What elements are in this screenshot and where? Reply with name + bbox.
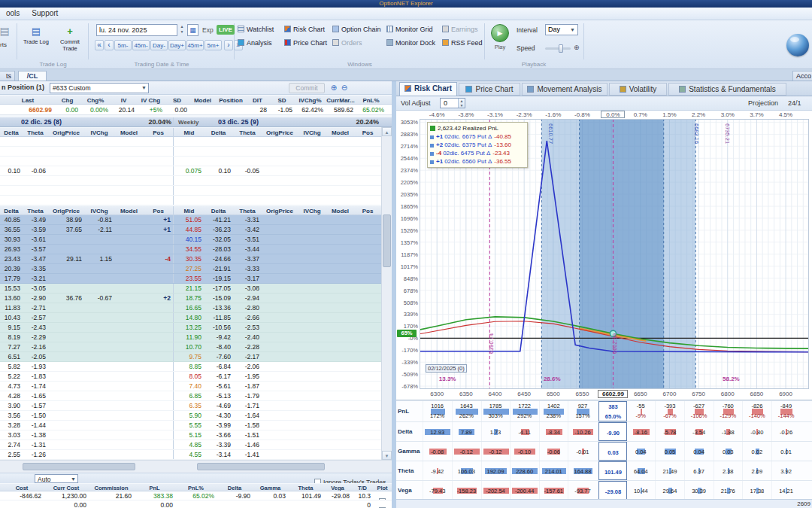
- menu-item-support[interactable]: Support: [26, 8, 64, 20]
- commit-button[interactable]: Commit: [289, 83, 325, 93]
- step-button-45m[interactable]: 45m+: [186, 40, 204, 50]
- scrollbar-thumb[interactable]: [383, 214, 391, 267]
- option-row[interactable]: 0.10-0.060.0750.10-0.05: [0, 166, 381, 176]
- trading-date-input[interactable]: lu. 24 nov. 2025: [96, 24, 177, 36]
- option-row[interactable]: [0, 176, 381, 186]
- toolbar-button-trade-log[interactable]: ▤Trade Log: [20, 23, 53, 56]
- step-button-day[interactable]: Day+: [168, 40, 186, 50]
- option-row[interactable]: [0, 147, 381, 157]
- step-button-day[interactable]: Day-: [150, 40, 168, 50]
- ignore-trades-checkbox[interactable]: Ignore Today's Trades: [314, 474, 386, 483]
- option-row[interactable]: 30.93-3.6140.15-32.05-3.51: [0, 235, 381, 245]
- date-spin-down-icon[interactable]: ▼: [178, 30, 186, 33]
- spinner-arrows-icon[interactable]: ▲▼: [458, 99, 465, 108]
- interval-select[interactable]: Day▼: [545, 24, 578, 35]
- footer-toolbar: Auto▼Ignore Today's Trades: [0, 473, 392, 483]
- greeks-percent: -144%: [772, 412, 800, 419]
- window-button-earnings[interactable]: Earnings: [442, 23, 483, 35]
- zoom-in-icon[interactable]: ⊕: [329, 84, 338, 92]
- tab-volatility[interactable]: Volatility: [609, 83, 667, 96]
- option-row[interactable]: 26.93-3.5734.55-28.03-3.44: [0, 245, 381, 254]
- plot-checkbox[interactable]: ✓: [373, 492, 392, 500]
- greeks-value: 17.38: [743, 488, 771, 494]
- option-row[interactable]: 5.82-1.938.85-6.84-2.06: [0, 362, 381, 372]
- option-row[interactable]: 2.74-1.314.85-3.39-1.46: [0, 440, 381, 450]
- option-row[interactable]: [0, 196, 381, 205]
- vol-adjust-input[interactable]: 0▲▼: [440, 98, 465, 108]
- step-button-5m[interactable]: 5m+: [205, 40, 222, 50]
- tab-movement-analysis[interactable]: Movement Analysis: [522, 83, 607, 96]
- window-button-option-chain[interactable]: Option Chain: [332, 23, 385, 35]
- tab-symbol[interactable]: /CL: [18, 71, 47, 81]
- option-row[interactable]: 6.51-2.059.75-7.60-2.17: [0, 352, 381, 362]
- option-row[interactable]: [0, 186, 381, 196]
- tab-statistics-fundamentals[interactable]: Statistics & Fundamentals: [668, 83, 786, 96]
- y-axis-tick: 1357%: [396, 239, 418, 246]
- grid-cell: -2.11: [84, 225, 114, 234]
- option-row[interactable]: 7.27-2.1610.70-8.40-2.28: [0, 342, 381, 352]
- window-button-watchlist[interactable]: Watchlist: [238, 23, 283, 35]
- scroll-down-icon[interactable]: ▼: [382, 451, 392, 460]
- option-row[interactable]: 3.03-1.385.15-3.66-1.51: [0, 430, 381, 440]
- option-row[interactable]: 36.55-3.5937.65-2.11+144.85-36.23-3.42: [0, 225, 381, 235]
- window-button-monitor-dock[interactable]: Monitor Dock: [386, 37, 441, 49]
- positions-scrollbar[interactable]: ▲▼: [381, 127, 392, 460]
- option-row[interactable]: 5.22-1.838.05-6.17-1.95: [0, 372, 381, 382]
- tab-risk-chart[interactable]: Risk Chart: [399, 82, 457, 96]
- nav-back-icon[interactable]: «: [95, 40, 104, 50]
- option-row[interactable]: 4.73-1.747.40-5.61-1.87: [0, 382, 381, 391]
- option-row[interactable]: 4.28-1.656.85-5.13-1.79: [0, 391, 381, 401]
- step-button-45m[interactable]: 45m-: [132, 40, 150, 50]
- summary-value: -29.08: [323, 491, 352, 500]
- option-row[interactable]: 9.15-2.4313.25-10.56-2.53: [0, 323, 381, 333]
- grid-cell: -3.14: [204, 450, 233, 459]
- option-row[interactable]: 13.60-2.9036.76-0.67+218.75-15.09-2.94: [0, 294, 381, 303]
- option-row[interactable]: 15.53-3.0521.15-17.05-3.08: [0, 284, 381, 294]
- menu-item-ools[interactable]: ools: [0, 8, 26, 20]
- risk-chart-plot[interactable]: 2,623.42 Realized PnL+102dic. 6675 Put Δ…: [420, 119, 809, 389]
- window-button-rss-feed[interactable]: RSS Feed: [442, 37, 483, 49]
- strategy-combobox[interactable]: #633 Custom▼: [50, 83, 149, 93]
- option-row[interactable]: 23.43-3.4729.111.15-430.35-24.66-3.37: [0, 254, 381, 264]
- window-button-price-chart[interactable]: Price Chart: [284, 37, 331, 49]
- option-row[interactable]: 17.79-3.2123.55-19.15-3.17: [0, 274, 381, 284]
- window-button-orders[interactable]: Orders: [332, 37, 385, 49]
- nav-forward-icon[interactable]: ›: [224, 40, 233, 50]
- hscroll-thumb-right[interactable]: [197, 463, 325, 470]
- title-bar[interactable]: OptionNET Explorer: [0, 0, 812, 8]
- greeks-cell: 1016172%: [423, 401, 451, 421]
- option-row[interactable]: 10.43-2.5714.80-11.85-2.66: [0, 313, 381, 323]
- toolbar-button-commit-trade[interactable]: +Commit Trade: [53, 23, 86, 56]
- zoom-out-icon[interactable]: ⊖: [340, 84, 349, 92]
- option-row[interactable]: 11.83-2.7116.65-13.36-2.80: [0, 303, 381, 313]
- option-row[interactable]: 3.28-1.445.55-3.99-1.58: [0, 421, 381, 430]
- option-row[interactable]: [0, 157, 381, 166]
- step-button-5m[interactable]: 5m-: [114, 40, 132, 50]
- greeks-value: -4.11: [511, 429, 538, 436]
- plot-checkbox[interactable]: ✓: [373, 501, 392, 508]
- auto-mode-combobox[interactable]: Auto▼: [35, 474, 78, 483]
- window-button-monitor-grid[interactable]: Monitor Grid: [386, 23, 441, 35]
- reports-button-label[interactable]: rts: [0, 41, 7, 48]
- speed-slider-thumb[interactable]: [559, 44, 563, 53]
- calendar-icon[interactable]: ▦: [187, 24, 198, 36]
- scroll-up-icon[interactable]: ▲: [382, 127, 392, 136]
- play-button[interactable]: ▶: [491, 24, 509, 42]
- hscroll-thumb-left[interactable]: [23, 463, 135, 470]
- option-row[interactable]: 3.56-1.505.90-4.30-1.64: [0, 411, 381, 421]
- window-button-analysis[interactable]: Analysis: [238, 37, 283, 49]
- date-spin-up-icon[interactable]: ▲: [178, 25, 186, 28]
- option-row[interactable]: 8.19-2.2911.90-9.42-2.40: [0, 333, 381, 342]
- nav-back-icon[interactable]: ‹: [105, 40, 114, 50]
- speed-slider[interactable]: [545, 47, 571, 50]
- tab-account[interactable]: Acco: [792, 71, 812, 81]
- option-row[interactable]: 20.39-3.3527.25-21.91-3.33: [0, 264, 381, 274]
- window-button-risk-chart[interactable]: Risk Chart: [284, 23, 331, 35]
- speed-plus-icon[interactable]: ⊕: [574, 44, 580, 51]
- option-row[interactable]: 40.85-3.4938.99-0.81+151.05-41.21-3.31: [0, 215, 381, 225]
- tab-price-chart[interactable]: Price Chart: [459, 83, 520, 96]
- option-row[interactable]: [0, 137, 381, 147]
- tab-left[interactable]: ts: [0, 71, 15, 81]
- option-row[interactable]: 2.55-1.264.55-3.14-1.41: [0, 450, 381, 460]
- option-row[interactable]: 3.90-1.576.35-4.69-1.71: [0, 401, 381, 411]
